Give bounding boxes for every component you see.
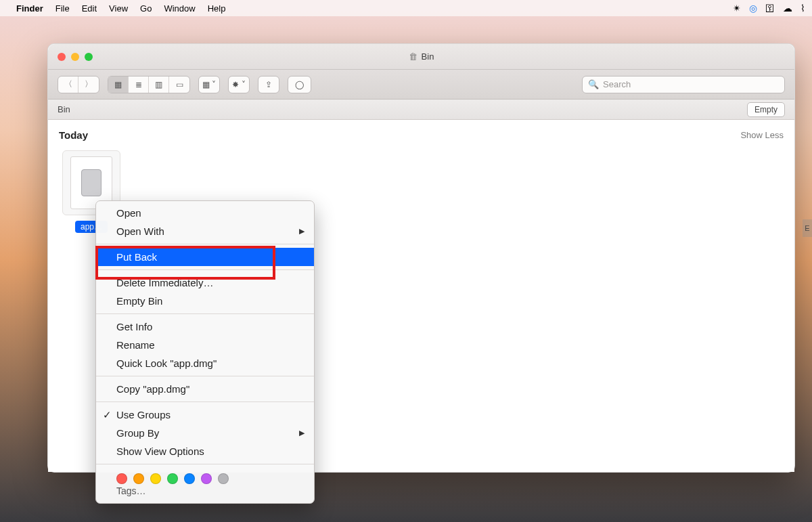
ctx-sep <box>96 244 314 244</box>
ctx-tag-colors <box>96 468 314 484</box>
ctx-open-with[interactable]: Open With▶ <box>96 222 314 240</box>
menu-file[interactable]: File <box>55 3 70 14</box>
list-view[interactable]: ≣ <box>129 77 149 93</box>
nav-buttons: 〈 〉 <box>58 76 99 93</box>
ctx-sep <box>96 464 314 464</box>
zoom-button[interactable] <box>85 53 93 61</box>
checkmark-icon: ✓ <box>103 409 112 421</box>
tag-yellow[interactable] <box>150 473 161 484</box>
tag-gray[interactable] <box>218 473 229 484</box>
section-header: Today Show Less <box>59 129 784 141</box>
action-button[interactable]: ✸ ˅ <box>228 76 250 93</box>
status-key-icon[interactable]: ⚿ <box>765 3 775 14</box>
tag-button[interactable]: ◯ <box>288 76 311 93</box>
menu-edit[interactable]: Edit <box>82 3 97 14</box>
titlebar: 🗑 Bin <box>48 44 794 70</box>
show-less-button[interactable]: Show Less <box>740 130 784 140</box>
empty-bin-button[interactable]: Empty <box>747 102 785 117</box>
trash-icon: 🗑 <box>409 51 418 62</box>
status-wifi-icon[interactable]: ⌇ <box>800 3 805 14</box>
close-button[interactable] <box>58 53 66 61</box>
icon-view[interactable]: ▦ <box>108 77 129 93</box>
menubar: Finder File Edit View Go Window Help ✴ ◎… <box>0 0 812 16</box>
tag-purple[interactable] <box>201 473 212 484</box>
chevron-right-icon: ▶ <box>299 227 304 236</box>
group-button[interactable]: ▦ ˅ <box>198 76 220 93</box>
back-button[interactable]: 〈 <box>58 77 78 93</box>
ctx-sep <box>96 269 314 270</box>
view-mode-switch: ▦ ≣ ▥ ▭ <box>108 76 190 93</box>
ctx-quick-look[interactable]: Quick Look "app.dmg" <box>96 354 314 372</box>
ctx-empty-bin[interactable]: Empty Bin <box>96 292 314 310</box>
tag-orange[interactable] <box>133 473 144 484</box>
section-title: Today <box>59 129 88 141</box>
menu-app[interactable]: Finder <box>16 3 43 14</box>
ctx-rename[interactable]: Rename <box>96 336 314 354</box>
disk-icon <box>81 169 102 196</box>
minimize-button[interactable] <box>71 53 79 61</box>
ctx-sep <box>96 313 314 314</box>
edge-fragment: E <box>803 219 812 237</box>
search-icon: 🔍 <box>588 79 599 89</box>
status-teamviewer-icon[interactable]: ◎ <box>749 3 757 14</box>
status-antivirus-icon[interactable]: ✴ <box>733 3 741 14</box>
toolbar: 〈 〉 ▦ ≣ ▥ ▭ ▦ ˅ ✸ ˅ ⇪ ◯ 🔍 <box>48 70 794 100</box>
menu-go[interactable]: Go <box>140 3 152 14</box>
menu-view[interactable]: View <box>109 3 128 14</box>
tag-green[interactable] <box>167 473 178 484</box>
search-input[interactable] <box>603 79 779 89</box>
ctx-put-back[interactable]: Put Back <box>96 248 314 266</box>
ctx-delete-immediately[interactable]: Delete Immediately… <box>96 274 314 292</box>
ctx-sep <box>96 376 314 376</box>
ctx-get-info[interactable]: Get Info <box>96 318 314 336</box>
window-title-text: Bin <box>422 51 434 62</box>
chevron-right-icon: ▶ <box>299 429 304 437</box>
ctx-use-groups[interactable]: ✓Use Groups <box>96 406 314 424</box>
tag-red[interactable] <box>116 473 127 484</box>
tag-blue[interactable] <box>184 473 195 484</box>
ctx-sep <box>96 401 314 402</box>
menu-help[interactable]: Help <box>208 3 226 14</box>
traffic-lights <box>58 53 93 61</box>
ctx-open[interactable]: Open <box>96 204 314 222</box>
path-label: Bin <box>58 104 70 114</box>
menu-window[interactable]: Window <box>164 3 195 14</box>
ctx-view-options[interactable]: Show View Options <box>96 442 314 460</box>
gallery-view[interactable]: ▭ <box>169 77 189 93</box>
forward-button[interactable]: 〉 <box>78 77 99 93</box>
share-button[interactable]: ⇪ <box>258 76 279 93</box>
ctx-group-by[interactable]: Group By▶ <box>96 424 314 442</box>
window-title: 🗑 Bin <box>409 51 434 62</box>
column-view[interactable]: ▥ <box>149 77 169 93</box>
context-menu: Open Open With▶ Put Back Delete Immediat… <box>95 200 315 504</box>
path-bar: Bin Empty <box>48 100 794 120</box>
ctx-tags[interactable]: Tags… <box>96 484 314 500</box>
ctx-copy[interactable]: Copy "app.dmg" <box>96 380 314 398</box>
search-box[interactable]: 🔍 <box>582 76 785 93</box>
status-cloud-icon[interactable]: ☁ <box>783 3 792 14</box>
